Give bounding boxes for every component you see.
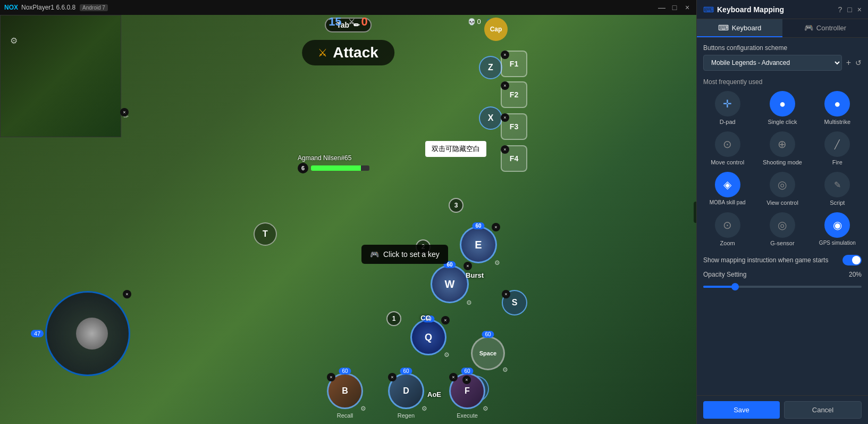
- fire-icon: ╱: [824, 131, 850, 157]
- q-gear-icon[interactable]: ⚙: [444, 351, 450, 359]
- s-close[interactable]: ×: [502, 290, 510, 298]
- topbar-controls: — □ ×: [657, 3, 692, 12]
- joystick-close[interactable]: ×: [123, 290, 131, 298]
- panel-titlebar: ⌨ Keyboard Mapping ? □ ×: [697, 0, 868, 19]
- app-title: NoxPlayer1 6.6.0.8: [21, 4, 75, 11]
- toggle-switch[interactable]: [842, 255, 862, 265]
- toggle-label: Show mapping instruction when game start…: [703, 256, 842, 264]
- panel-title: Keyboard Mapping: [717, 5, 784, 14]
- opacity-slider-thumb[interactable]: [731, 283, 739, 290]
- char-name: Agmand Nilsen#65: [298, 154, 369, 162]
- z-key[interactable]: Z: [479, 56, 502, 79]
- e-key[interactable]: E 60: [460, 226, 497, 263]
- panel-content: Buttons configuration scheme Mobile Lege…: [697, 38, 868, 395]
- btn-multistrike[interactable]: ● Multistrike: [813, 91, 862, 125]
- panel-help-button[interactable]: ?: [838, 5, 842, 14]
- move-control-icon: ⊙: [715, 131, 740, 157]
- joystick[interactable]: 47 ×: [45, 291, 130, 376]
- btn-view-control[interactable]: ◎ View control: [758, 172, 806, 206]
- refresh-config-button[interactable]: ↺: [855, 59, 862, 67]
- space-key[interactable]: Space: [471, 336, 505, 370]
- f2-key-container: × F2: [501, 81, 527, 108]
- cc-label: CC: [420, 314, 431, 322]
- minimize-button[interactable]: —: [657, 3, 667, 12]
- b-gear-icon[interactable]: ⚙: [360, 405, 366, 412]
- topbar: NOX NoxPlayer1 6.6.0.8 Android 7 — □ ×: [0, 0, 696, 15]
- close-button[interactable]: ×: [682, 3, 692, 12]
- dpad-icon: ✛: [715, 91, 740, 117]
- f4-close[interactable]: ×: [501, 145, 509, 154]
- config-select[interactable]: Mobile Legends - Advanced: [703, 55, 842, 71]
- move-control-label: Move control: [711, 159, 744, 165]
- w-gear-icon[interactable]: ⚙: [466, 299, 472, 306]
- e-gear-icon[interactable]: ⚙: [494, 259, 500, 267]
- e-close[interactable]: ×: [492, 223, 500, 231]
- t-key[interactable]: T: [254, 222, 277, 246]
- score-kills: 0: [477, 18, 481, 26]
- btn-script[interactable]: ✎ Script: [813, 172, 862, 206]
- zoom-label: Zoom: [720, 240, 735, 246]
- f3-close[interactable]: ×: [501, 113, 509, 122]
- btn-dpad[interactable]: ✛ D-pad: [703, 91, 752, 125]
- f-close[interactable]: ×: [449, 373, 458, 381]
- btn-gps[interactable]: ◉ GPS simulation: [813, 212, 862, 246]
- d-gear-icon[interactable]: ⚙: [422, 405, 427, 412]
- space-gear-icon[interactable]: ⚙: [502, 366, 508, 373]
- x-key-container: X: [479, 106, 502, 130]
- f1-close[interactable]: ×: [501, 51, 509, 59]
- add-config-button[interactable]: +: [846, 58, 851, 68]
- btn-g-sensor[interactable]: ◎ G-sensor: [758, 212, 806, 246]
- panel-restore-button[interactable]: □: [847, 5, 852, 14]
- multistrike-label: Multistrike: [824, 119, 851, 125]
- btn-single-click[interactable]: ● Single click: [758, 91, 806, 125]
- set-key-tooltip[interactable]: 🎮 Click to set a key: [361, 245, 448, 264]
- cap-key[interactable]: Cap: [484, 18, 508, 41]
- w-close[interactable]: ×: [464, 262, 472, 270]
- opacity-value: 20%: [849, 271, 862, 278]
- q-key[interactable]: Q 60: [410, 319, 446, 355]
- num3-badge[interactable]: 3: [449, 198, 464, 213]
- script-icon: ✎: [824, 172, 850, 197]
- panel-tabs: ⌨ Keyboard 🎮 Controller: [697, 19, 868, 38]
- d-key-container: × D 60 Regen ⚙: [388, 373, 424, 409]
- score-left: 15: [328, 15, 341, 29]
- script-label: Script: [830, 199, 845, 206]
- f-gear-icon[interactable]: ⚙: [483, 405, 488, 412]
- toggle-row: Show mapping instruction when game start…: [703, 255, 862, 265]
- tab-controller[interactable]: 🎮 Controller: [782, 19, 868, 37]
- q-close[interactable]: ×: [441, 316, 450, 325]
- chinese-tooltip: 双击可隐藏空白: [425, 141, 486, 157]
- f1-key-container: × F1: [501, 51, 527, 77]
- gps-icon: ◉: [824, 212, 850, 238]
- controller-tab-icon: 🎮: [804, 23, 813, 32]
- num1-badge[interactable]: 1: [386, 311, 401, 326]
- btn-move-control[interactable]: ⊙ Move control: [703, 131, 752, 165]
- config-label: Buttons configuration scheme: [703, 44, 862, 52]
- minimap-gear-icon[interactable]: ⚙: [10, 36, 18, 46]
- x-key[interactable]: X: [479, 106, 502, 130]
- nox-logo: NOX: [4, 4, 18, 11]
- cancel-button[interactable]: Cancel: [784, 401, 862, 419]
- save-button[interactable]: Save: [703, 401, 780, 419]
- f2-close[interactable]: ×: [501, 81, 509, 90]
- tab-keyboard[interactable]: ⌨ Keyboard: [697, 19, 782, 37]
- shooting-mode-icon: ⊕: [770, 131, 795, 157]
- panel-close-button[interactable]: ×: [857, 5, 862, 14]
- btn-zoom[interactable]: ⊙ Zoom: [703, 212, 752, 246]
- a-close[interactable]: ×: [462, 376, 471, 384]
- d-close[interactable]: ×: [388, 373, 397, 381]
- btn-fire[interactable]: ╱ Fire: [813, 131, 862, 165]
- b-close[interactable]: ×: [327, 373, 335, 381]
- space-key-container: Space ⚙ 60: [471, 336, 505, 370]
- maximize-button[interactable]: □: [670, 3, 679, 12]
- char-level: 6: [298, 163, 308, 173]
- panel-collapse-button[interactable]: ‹: [694, 202, 696, 223]
- btn-moba-skill[interactable]: ◈ MOBA skill pad: [703, 172, 752, 206]
- btn-shooting-mode[interactable]: ⊕ Shooting mode: [758, 131, 806, 165]
- f-cooldown: 60: [461, 368, 473, 375]
- t-key-close[interactable]: ×: [120, 108, 129, 117]
- opacity-slider-container: [703, 281, 862, 292]
- w-key[interactable]: W 60: [431, 265, 469, 303]
- single-click-label: Single click: [768, 119, 797, 125]
- dpad-label: D-pad: [720, 119, 736, 125]
